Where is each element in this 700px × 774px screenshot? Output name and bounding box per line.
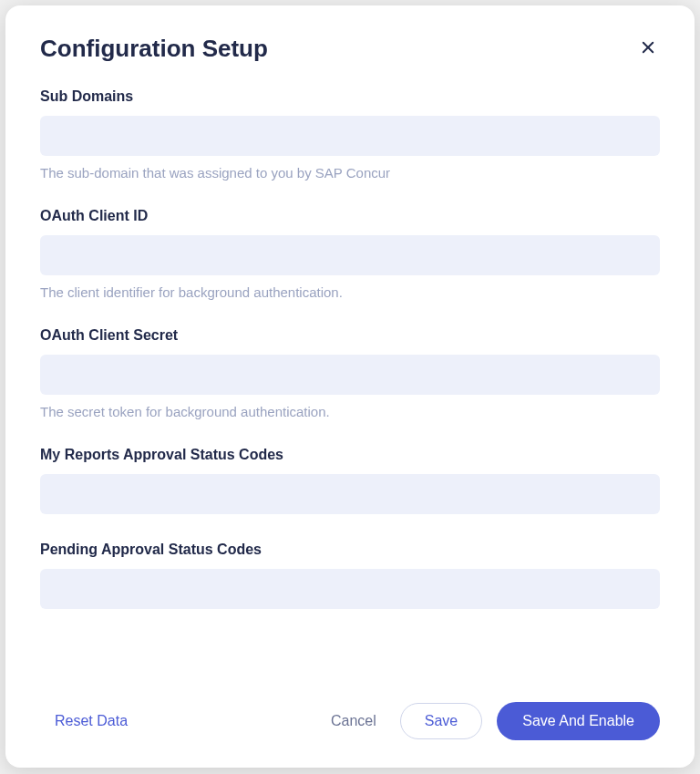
oauth-client-secret-label: OAuth Client Secret bbox=[40, 327, 660, 344]
sub-domains-input[interactable] bbox=[40, 116, 660, 156]
oauth-client-id-help: The client identifier for background aut… bbox=[40, 284, 660, 300]
my-reports-approval-label: My Reports Approval Status Codes bbox=[40, 447, 660, 463]
save-button[interactable]: Save bbox=[400, 703, 482, 739]
my-reports-approval-group: My Reports Approval Status Codes bbox=[40, 447, 660, 514]
footer-left: Reset Data bbox=[40, 706, 142, 737]
configuration-setup-modal: Configuration Setup Sub Domains The sub-… bbox=[5, 5, 695, 768]
oauth-client-id-group: OAuth Client ID The client identifier fo… bbox=[40, 208, 660, 300]
sub-domains-group: Sub Domains The sub-domain that was assi… bbox=[40, 88, 660, 181]
pending-approval-group: Pending Approval Status Codes bbox=[40, 542, 660, 609]
footer-right: Cancel Save Save And Enable bbox=[322, 702, 660, 740]
oauth-client-id-label: OAuth Client ID bbox=[40, 208, 660, 224]
oauth-client-secret-input[interactable] bbox=[40, 355, 660, 395]
oauth-client-id-input[interactable] bbox=[40, 235, 660, 275]
modal-body: Configuration Setup Sub Domains The sub-… bbox=[5, 5, 695, 684]
modal-header: Configuration Setup bbox=[40, 35, 660, 63]
modal-footer: Reset Data Cancel Save Save And Enable bbox=[5, 684, 695, 768]
sub-domains-label: Sub Domains bbox=[40, 88, 660, 105]
my-reports-approval-input[interactable] bbox=[40, 474, 660, 514]
save-and-enable-button[interactable]: Save And Enable bbox=[497, 702, 660, 740]
close-button[interactable] bbox=[636, 36, 660, 62]
close-icon bbox=[640, 39, 656, 58]
sub-domains-help: The sub-domain that was assigned to you … bbox=[40, 165, 660, 181]
oauth-client-secret-group: OAuth Client Secret The secret token for… bbox=[40, 327, 660, 419]
pending-approval-label: Pending Approval Status Codes bbox=[40, 542, 660, 558]
modal-title: Configuration Setup bbox=[40, 35, 268, 63]
cancel-button[interactable]: Cancel bbox=[322, 706, 386, 737]
reset-data-button[interactable]: Reset Data bbox=[40, 706, 142, 737]
pending-approval-input[interactable] bbox=[40, 569, 660, 609]
oauth-client-secret-help: The secret token for background authenti… bbox=[40, 404, 660, 419]
